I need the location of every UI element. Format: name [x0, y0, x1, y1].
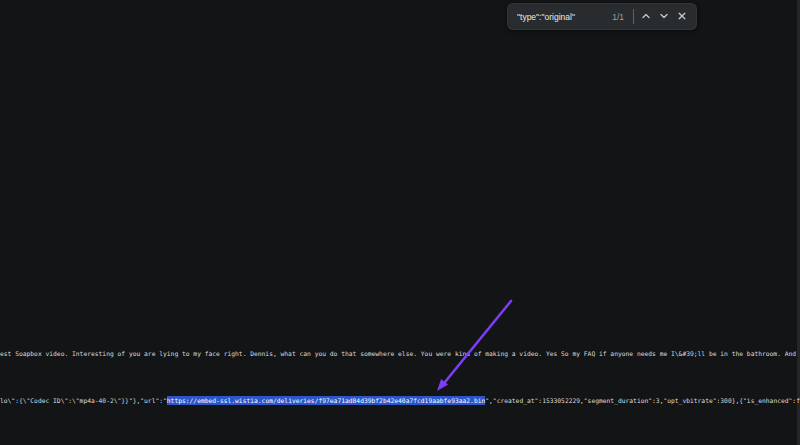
find-close-button[interactable] [673, 8, 691, 26]
annotation-arrow [425, 292, 525, 400]
chevron-down-icon [659, 9, 669, 24]
find-next-button[interactable] [655, 8, 673, 26]
find-bar-divider [633, 9, 634, 24]
highlighted-url[interactable]: https://embed-ssl.wistia.com/deliveries/… [167, 396, 485, 405]
find-previous-button[interactable] [637, 8, 655, 26]
find-match-count: 1/1 [612, 12, 624, 22]
close-icon [677, 9, 687, 24]
chevron-up-icon [641, 9, 651, 24]
page: "type":"original" 1/1 [0, 0, 800, 445]
find-query-input[interactable]: "type":"original" [517, 12, 608, 22]
transcript-text-line: est Soapbox video. Interesting of you ar… [0, 349, 800, 358]
find-bar: "type":"original" 1/1 [507, 3, 697, 30]
json-text-pre: lo\":{\"Codec ID\":\"mp4a-40-2\"}}"},"ur… [0, 397, 167, 404]
json-text-post: ","created_at":1533052229,"segment_durat… [485, 397, 800, 404]
json-text-line: lo\":{\"Codec ID\":\"mp4a-40-2\"}}"},"ur… [0, 396, 800, 405]
